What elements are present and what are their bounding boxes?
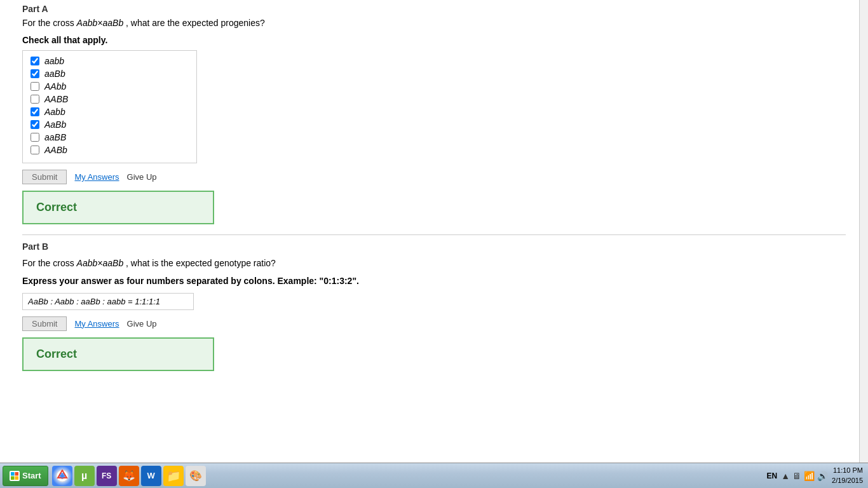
taskbar-folder-icon[interactable]: 📁 (163, 466, 184, 486)
taskbar-volume-icon[interactable]: 🔊 (817, 471, 828, 481)
checkbox-container: aabb aaBb AAbb AABB Aabb AaBb (22, 50, 197, 163)
part-b-correct-banner: Correct (22, 337, 214, 371)
taskbar-chrome-icon[interactable] (52, 466, 72, 486)
scrollbar-right[interactable] (859, 0, 868, 463)
checkbox-item-AAbb: AAbb (31, 81, 189, 92)
taskbar-lang: EN (767, 471, 778, 480)
taskbar-right: EN ▲ 🖥 📶 🔊 11:10 PM 2/19/2015 (767, 463, 868, 488)
checkbox-item-AaBb: AaBb (31, 119, 189, 130)
content-area: Part A For the cross Aabb×aaBb , what ar… (0, 0, 868, 371)
taskbar-signal-icon: 📶 (804, 471, 815, 481)
taskbar-clock[interactable]: 11:10 PM 2/19/2015 (832, 466, 863, 485)
checkbox-item-AABb: AABb (31, 145, 189, 155)
part-b-my-answers-link[interactable]: My Answers (74, 319, 119, 329)
label-aaBb: aaBb (44, 69, 65, 79)
label-Aabb: Aabb (44, 107, 65, 117)
windows-icon (10, 471, 20, 481)
checkbox-item-AABB: AABB (31, 94, 189, 104)
label-AABb: AABb (44, 145, 67, 155)
part-b-header: Part B (22, 241, 846, 252)
part-a-give-up-link[interactable]: Give Up (127, 172, 157, 182)
checkbox-item-aaBB: aaBB (31, 132, 189, 142)
checkbox-aaBb[interactable] (31, 69, 39, 78)
taskbar-date: 2/19/2015 (832, 476, 863, 485)
part-a-question-suffix: , what are the expected progenies? (126, 18, 265, 28)
checkbox-aaBB[interactable] (31, 133, 39, 142)
taskbar-paint-icon[interactable]: 🎨 (186, 466, 206, 486)
taskbar-sys-icons: ▲ 🖥 📶 🔊 (781, 471, 828, 481)
part-a-submit-row: Submit My Answers Give Up (22, 170, 846, 184)
part-b-give-up-link[interactable]: Give Up (127, 319, 157, 329)
checkbox-item-Aabb: Aabb (31, 107, 189, 117)
label-AaBb: AaBb (44, 119, 66, 130)
taskbar-firefox-icon[interactable]: 🦊 (119, 466, 139, 486)
checkbox-aabb[interactable] (31, 57, 39, 65)
part-a-cross-formula: Aabb×aaBb (77, 18, 124, 28)
checkbox-AaBb[interactable] (31, 120, 39, 129)
part-b-answer-input[interactable] (22, 293, 194, 310)
checkbox-item-aabb: aabb (31, 56, 189, 66)
part-b-question-suffix: , what is the expected genotype ratio? (126, 258, 276, 268)
part-b-question: For the cross Aabb×aaBb , what is the ex… (22, 257, 846, 270)
svg-rect-2 (11, 476, 15, 480)
part-b-submit-button[interactable]: Submit (22, 316, 67, 331)
checkbox-Aabb[interactable] (31, 107, 39, 116)
taskbar-time: 11:10 PM (832, 466, 863, 475)
checkbox-AAbb[interactable] (31, 82, 39, 91)
part-a-header: Part A (22, 0, 846, 17)
part-b-instruction: Express your answer as four numbers sepa… (22, 275, 846, 288)
label-AAbb: AAbb (44, 81, 66, 92)
taskbar-network-icon: 🖥 (792, 471, 801, 481)
part-a-submit-button[interactable]: Submit (22, 170, 67, 184)
part-a-question: For the cross Aabb×aaBb , what are the e… (22, 17, 846, 30)
svg-point-6 (60, 474, 64, 478)
checkbox-AABB[interactable] (31, 95, 39, 104)
part-b-submit-row: Submit My Answers Give Up (22, 316, 846, 331)
label-aabb: aabb (44, 56, 64, 66)
start-button[interactable]: Start (3, 466, 48, 486)
part-a-correct-banner: Correct (22, 191, 214, 224)
taskbar-arrow-icon[interactable]: ▲ (781, 471, 790, 481)
taskbar-utorrent-icon[interactable]: µ (74, 466, 95, 486)
svg-rect-3 (15, 476, 19, 480)
checkbox-AABb[interactable] (31, 146, 39, 154)
label-AABB: AABB (44, 94, 68, 104)
part-a-my-answers-link[interactable]: My Answers (74, 172, 119, 182)
taskbar-icons: µ FS 🦊 W 📁 🎨 (52, 466, 206, 486)
taskbar: Start µ FS 🦊 W 📁 🎨 EN ▲ 🖥 (0, 463, 868, 488)
svg-rect-1 (15, 472, 19, 476)
part-a-question-prefix: For the cross (22, 18, 77, 28)
label-aaBB: aaBB (44, 132, 66, 142)
taskbar-word-icon[interactable]: W (141, 466, 161, 486)
section-divider (22, 234, 846, 235)
svg-rect-0 (11, 472, 15, 476)
page-wrapper: Part A For the cross Aabb×aaBb , what ar… (0, 0, 868, 488)
start-label: Start (22, 471, 41, 480)
taskbar-fsharp-icon[interactable]: FS (97, 466, 117, 486)
part-b-cross-formula: Aabb×aaBb (77, 258, 124, 268)
part-b-question-prefix: For the cross (22, 258, 77, 268)
check-all-text: Check all that apply. (22, 35, 846, 45)
checkbox-item-aaBb: aaBb (31, 69, 189, 79)
